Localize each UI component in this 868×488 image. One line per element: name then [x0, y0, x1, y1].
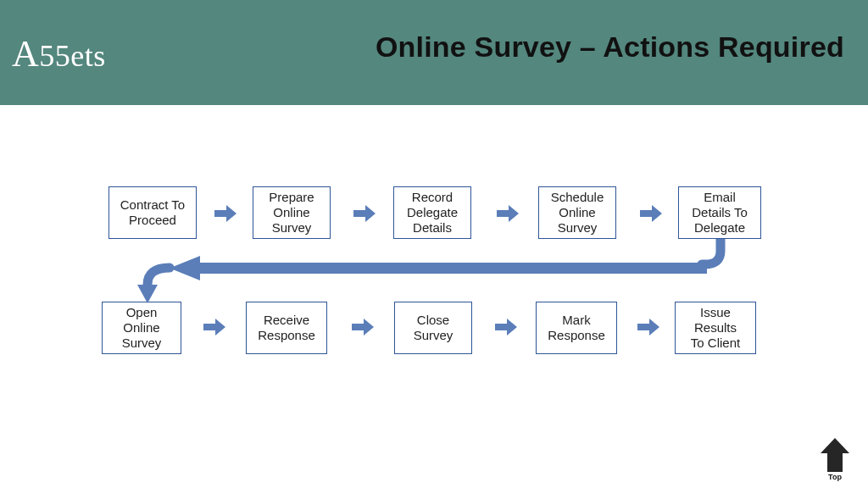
top-button-label: Top	[817, 473, 853, 481]
brand-logo: A55ets	[12, 32, 106, 75]
arrow-right-icon	[640, 203, 662, 224]
step-prepare-online-survey: Prepare Online Survey	[253, 186, 331, 239]
arrow-right-icon	[495, 317, 517, 337]
step-close-survey: Close Survey	[394, 302, 472, 354]
arrow-right-icon	[203, 317, 225, 337]
svg-marker-2	[137, 285, 158, 303]
step-open-online-survey: Open Online Survey	[102, 302, 181, 354]
slide-title: Online Survey – Actions Required	[376, 30, 844, 64]
step-email-details-to-delegate: Email Details To Delegate	[678, 186, 761, 239]
step-contract-to-proceed: Contract To Proceed	[108, 186, 197, 239]
step-receive-response: Receive Response	[246, 302, 327, 354]
top-button[interactable]: Top	[817, 438, 853, 481]
step-record-delegate-details: Record Delegate Details	[393, 186, 471, 239]
arrow-up-icon	[821, 438, 849, 472]
arrow-right-icon	[637, 317, 659, 337]
svg-rect-0	[190, 263, 707, 274]
flow-canvas: Contract To Proceed Prepare Online Surve…	[0, 105, 868, 488]
step-schedule-online-survey: Schedule Online Survey	[538, 186, 616, 239]
arrow-right-icon	[353, 203, 376, 224]
arrow-right-icon	[497, 203, 519, 224]
slide-header: A55ets Online Survey – Actions Required	[0, 0, 868, 105]
step-mark-response: Mark Response	[536, 302, 617, 354]
arrow-right-icon	[214, 203, 236, 224]
connector-arrow-long	[127, 239, 737, 307]
svg-marker-1	[170, 256, 200, 280]
step-issue-results-to-client: Issue Results To Client	[675, 302, 756, 354]
arrow-right-icon	[352, 317, 374, 337]
